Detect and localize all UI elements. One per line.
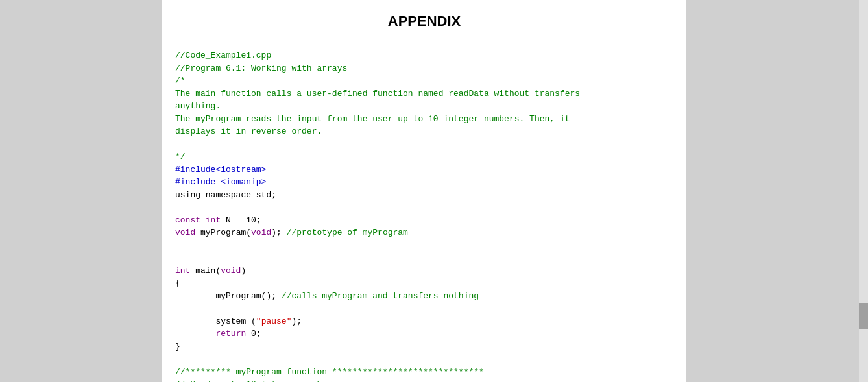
code-line-22: system ("pause"); <box>175 315 673 328</box>
code-line-10: #include<iostream> <box>175 163 673 176</box>
code-line-5: anything. <box>175 100 673 113</box>
empty-line-3 <box>175 239 673 252</box>
code-line-11: #include <iomanip> <box>175 176 673 189</box>
code-line-23: return 0; <box>175 328 673 340</box>
code-line-27: // Read up to 10 integer numbers <box>175 378 673 382</box>
empty-line-4 <box>175 252 673 265</box>
right-margin <box>686 0 868 382</box>
scrollbar[interactable] <box>859 0 868 382</box>
code-line-14: const int N = 10; <box>175 214 673 227</box>
page-title: APPENDIX <box>175 13 673 30</box>
code-line-19: { <box>175 277 673 290</box>
empty-line-1 <box>175 138 673 151</box>
code-line-20: myProgram(); //calls myProgram and trans… <box>175 290 673 303</box>
code-line-12: using namespace std; <box>175 189 673 202</box>
empty-line-5 <box>175 302 673 315</box>
code-line-18: int main(void) <box>175 265 673 278</box>
empty-line-2 <box>175 201 673 214</box>
code-line-6: The myProgram reads the input from the u… <box>175 113 673 126</box>
page-container: APPENDIX //Code_Example1.cpp //Program 6… <box>0 0 868 382</box>
code-block: //Code_Example1.cpp //Program 6.1: Worki… <box>175 49 673 382</box>
scrollbar-thumb[interactable] <box>859 303 868 329</box>
code-line-3: /* <box>175 75 673 88</box>
empty-line-6 <box>175 353 673 366</box>
left-margin <box>0 0 162 382</box>
content-area: APPENDIX //Code_Example1.cpp //Program 6… <box>162 0 686 382</box>
code-line-4: The main function calls a user-defined f… <box>175 88 673 101</box>
code-line-24: } <box>175 340 673 353</box>
code-line-9: */ <box>175 150 673 163</box>
code-line-7: displays it in reverse order. <box>175 125 673 138</box>
code-line-1: //Code_Example1.cpp <box>175 49 673 62</box>
code-line-26: //********* myProgram function *********… <box>175 366 673 379</box>
code-line-15: void myProgram(void); //prototype of myP… <box>175 226 673 239</box>
code-line-2: //Program 6.1: Working with arrays <box>175 62 673 75</box>
